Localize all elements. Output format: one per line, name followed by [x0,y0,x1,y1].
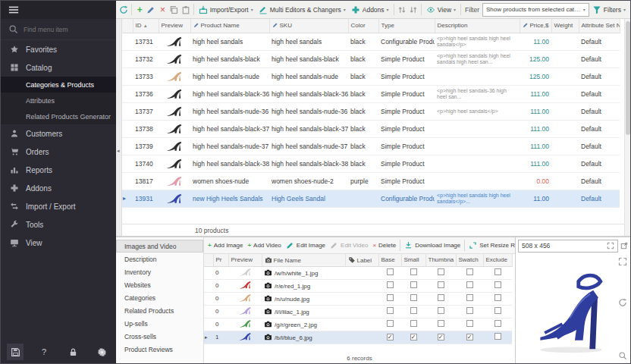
checkbox-cell[interactable]: ✓ [425,331,456,344]
image-row[interactable]: 0/n/u/nude.jpg [204,292,512,305]
save-button[interactable] [7,344,24,360]
tab-up-sells[interactable]: Up-sells [116,317,203,330]
set-resize-rule-button[interactable]: Set Resize Rule ▾ [466,240,515,251]
sort-button[interactable] [397,4,407,16]
product-row-13732[interactable]: 13732high heel sandals-blackhigh heel sa… [122,50,620,67]
image-row[interactable]: ▸1/b/l/blue_6.jpg✓✓✓✓ [204,331,512,344]
checkbox-cell[interactable]: ✓ [401,331,425,344]
checkbox-cell[interactable] [425,318,456,331]
checkbox-cell[interactable] [425,305,456,318]
sidebar-item-favorites[interactable]: Favorites [1,40,116,58]
checkbox-cell[interactable] [483,331,512,344]
product-row-13736[interactable]: 13736high heel sandals-black-36high heel… [122,85,620,102]
column-header-id[interactable]: ID ▲ [133,19,159,33]
import-export-menu[interactable]: Import/Export ▾ [196,4,256,16]
column-header-gutter[interactable] [122,19,133,33]
image-row[interactable]: 0/w/h/white_1.jpg [204,266,512,279]
sort-alt-button[interactable] [408,4,419,16]
view-menu[interactable]: View ▾ [424,4,458,16]
products-scrollbar[interactable] [624,19,630,236]
product-row-13733[interactable]: 13733high heel sandals-nudehigh heel san… [122,67,620,85]
tab-images-and-video[interactable]: Images and Video [116,240,203,253]
column-header-sku[interactable]: SKU [269,19,348,33]
sidebar-search[interactable] [1,19,116,40]
column-header-attribute-set-name[interactable]: Attribute Set Name [579,19,620,33]
delete-image-button[interactable]: × Delete [370,240,398,250]
image-row[interactable]: 0/r/e/red_1.jpg [204,279,512,292]
checkbox-cell[interactable] [401,292,425,305]
tab-cross-sells[interactable]: Cross-sells [116,330,203,343]
checkbox-cell[interactable] [378,266,401,279]
checkbox-cell[interactable] [401,305,425,318]
checkbox-cell[interactable] [483,279,512,292]
edit-product-button[interactable] [146,4,156,16]
checkbox-cell[interactable] [456,266,483,279]
sidebar-item-catalog[interactable]: Catalog [1,58,116,77]
checkbox-cell[interactable] [425,279,456,292]
column-header-file-name[interactable]: File Name [262,254,345,266]
add-image-button[interactable]: + Add Image [206,240,245,250]
addons-menu[interactable]: Addons ▾ [349,4,391,16]
settings-button[interactable] [93,344,110,360]
column-header-description[interactable]: Description [435,19,520,33]
hamburger-menu-icon[interactable] [8,5,19,15]
help-button[interactable]: ? [36,344,52,360]
add-product-button[interactable]: + [134,4,145,16]
sidebar-item-related-products-generator[interactable]: Related Products Generator [1,108,116,124]
sidebar-item-reports[interactable]: Reports [1,161,116,179]
sidebar-item-categories-products[interactable]: Categories & Products [1,77,116,93]
checkbox-cell[interactable] [401,279,425,292]
edit-video-button[interactable]: Edit Video [328,240,370,251]
checkbox-cell[interactable] [456,292,483,305]
product-row-13737[interactable]: 13737high heel sandals-nude-36high heel … [122,102,620,120]
expand-icon[interactable] [607,242,614,249]
column-header-base[interactable]: Base [378,254,401,266]
checkbox-cell[interactable] [401,266,425,279]
edit-image-button[interactable]: Edit Image [284,240,328,251]
tab-categories[interactable]: Categories [116,291,203,304]
download-image-button[interactable]: Download Image [402,240,463,251]
open-external-icon[interactable] [620,242,628,249]
rotate-icon[interactable] [618,298,627,307]
tab-product-reviews[interactable]: Product Reviews [116,343,203,356]
checkbox-cell[interactable] [378,318,401,331]
checkbox-cell[interactable] [456,318,483,331]
product-row-13731[interactable]: 13731high heel sandalshigh heel sandalsb… [122,33,620,50]
zoom-icon[interactable] [618,351,627,360]
search-input[interactable] [24,26,108,33]
column-header-color[interactable]: Color [348,19,378,33]
multi-editors-menu[interactable]: Multi Editors & Changers ▾ [256,4,348,16]
product-row-13931[interactable]: ▸13931new High Heels SandalsHigh Geels S… [122,190,620,207]
paste-button[interactable] [181,4,191,16]
sidebar-item-tools[interactable]: Tools [1,215,116,234]
product-row-13817[interactable]: 13817women shoes-nudewomen shoes-nude-2p… [122,172,620,190]
checkbox-cell[interactable] [378,279,401,292]
image-row[interactable]: 0/g/r/green_2.jpg [204,318,512,331]
tab-description[interactable]: Description [116,253,203,265]
sidebar-item-orders[interactable]: Orders [1,143,116,161]
checkbox-cell[interactable] [456,279,483,292]
checkbox-cell[interactable] [378,292,401,305]
column-header-type[interactable]: Type [378,19,435,33]
tab-websites[interactable]: Websites [116,278,203,291]
checkbox-cell[interactable] [483,266,512,279]
column-header-swatch[interactable]: Swatch [456,254,483,266]
column-header-exclude[interactable]: Exclude [483,254,512,266]
column-header-price[interactable]: Price,$ [520,19,551,33]
checkbox-cell[interactable] [378,305,401,318]
checkbox-cell[interactable]: ✓ [456,331,483,344]
image-row[interactable]: 0/l/i/lilac_1.jpg [204,305,512,318]
delete-product-button[interactable]: × [157,4,168,16]
filter-select[interactable]: Show products from selected categories ▾ [482,3,589,17]
product-row-13740[interactable]: 13740high heel sandals-black-38high heel… [122,155,620,172]
product-row-13739[interactable]: 13739high heel sandals-nude-37high heel … [122,137,620,155]
sidebar-item-import-export[interactable]: Import / Export [1,197,116,215]
checkbox-cell[interactable] [425,266,456,279]
copy-button[interactable] [168,4,179,16]
column-header-preview[interactable]: Preview [228,254,262,266]
column-header-pr[interactable]: Pr [213,254,228,266]
column-header-gutter[interactable] [204,254,213,266]
column-header-weight[interactable]: Weight [551,19,579,33]
sidebar-item-addons[interactable]: Addons [1,179,116,197]
product-row-13738[interactable]: 13738high heel sandals-black-37high heel… [122,120,620,137]
